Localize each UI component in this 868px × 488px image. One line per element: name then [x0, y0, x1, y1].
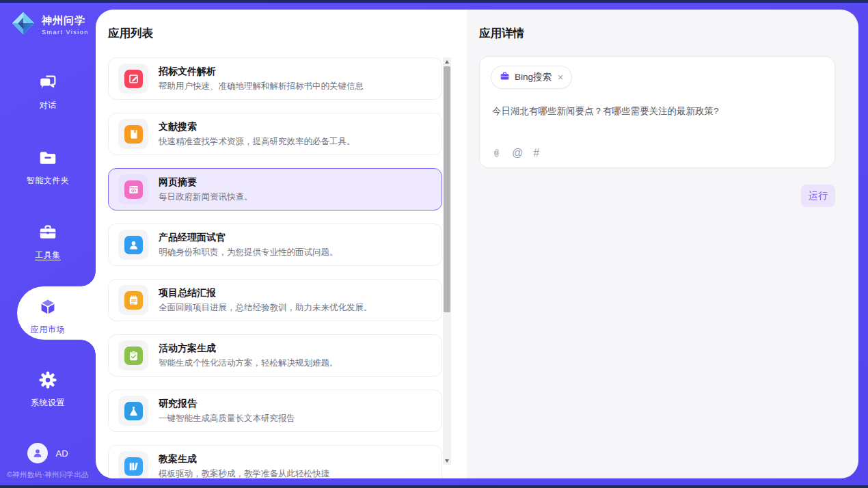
sidebar-item-label: 工具集: [35, 249, 61, 261]
app-title: 研究报告: [159, 398, 295, 410]
scrollbar-thumb[interactable]: [444, 66, 450, 312]
sidebar-item-label: 智能文件夹: [27, 175, 70, 187]
app-desc: 快速精准查找学术资源，提高研究效率的必备工具。: [159, 136, 355, 148]
app-card-pm-interviewer[interactable]: 产品经理面试官 明确身份和职责，为您提供专业性的面试问题。: [108, 223, 442, 266]
main-content: 应用列表 招标文件解析 帮助用户快速、准确地理解和解析招标书中的关键信: [96, 10, 858, 478]
sidebar-item-smart-folders[interactable]: 智能文件夹: [0, 148, 96, 187]
interviewer-icon: [124, 236, 143, 254]
book-icon: [124, 125, 143, 144]
app-desc: 一键智能生成高质量长文本研究报告: [159, 413, 295, 424]
gear-icon: [38, 370, 58, 392]
avatar: [27, 443, 48, 463]
sidebar: 神州问学 Smart Vision 对话 智能文件夹: [0, 0, 96, 488]
app-card-lesson-plan[interactable]: 教案生成 模板驱动，教案秒成，教学准备从此轻松快捷: [108, 445, 442, 478]
hashtag-icon[interactable]: #: [533, 147, 539, 159]
app-desc: 每日政府新闻资讯快查。: [159, 191, 253, 203]
app-list-panel: 应用列表 招标文件解析 帮助用户快速、准确地理解和解析招标书中的关键信: [96, 10, 467, 478]
app-card-project-summary[interactable]: 项目总结汇报 全面回顾项目进展，总结经验教训，助力未来优化发展。: [108, 279, 442, 321]
mention-icon[interactable]: @: [512, 147, 523, 159]
sidebar-item-label: 对话: [40, 100, 57, 111]
app-card-tender-analysis[interactable]: 招标文件解析 帮助用户快速、准确地理解和解析招标书中的关键信息: [108, 57, 442, 100]
sidebar-item-toolset[interactable]: 工具集: [0, 222, 96, 261]
app-desc: 模板驱动，教案秒成，教学准备从此轻松快捷: [159, 468, 329, 479]
app-title: 文献搜索: [159, 121, 355, 133]
user-account[interactable]: AD: [0, 443, 96, 463]
app-title: 教案生成: [159, 453, 329, 465]
chip-label: Bing搜索: [515, 71, 552, 83]
brand-logo: 神州问学 Smart Vision: [10, 10, 89, 39]
app-card-literature-search[interactable]: 文献搜索 快速精准查找学术资源，提高研究效率的必备工具。: [108, 113, 442, 155]
edit-document-icon: [124, 70, 143, 88]
brand-name: 神州问学: [42, 14, 89, 27]
app-card-webpage-summary[interactable]: 网页摘要 每日政府新闻资讯快查。: [108, 168, 442, 211]
app-desc: 明确身份和职责，为您提供专业性的面试问题。: [159, 247, 338, 258]
app-desc: 全面回顾项目进展，总结经验教训，助力未来优化发展。: [159, 302, 372, 314]
clipboard-check-icon: [124, 347, 143, 365]
app-card-research-report[interactable]: 研究报告 一键智能生成高质量长文本研究报告: [108, 390, 442, 432]
copyright-note: ©神州数码·神州问学出品: [0, 470, 96, 480]
app-title: 项目总结汇报: [159, 287, 372, 299]
bottom-edge-bar: [0, 485, 868, 488]
app-title: 招标文件解析: [159, 66, 364, 78]
app-detail-panel: 应用详情 Bing搜索 × 今日湖北有哪些新闻要点？有哪些需要关注的最新政策?: [467, 10, 858, 478]
close-icon[interactable]: ×: [558, 72, 563, 82]
sidebar-item-app-market[interactable]: 应用市场: [0, 297, 96, 336]
sidebar-item-settings[interactable]: 系统设置: [0, 370, 96, 409]
folder-icon: [38, 148, 58, 170]
prompt-text[interactable]: 今日湖北有哪些新闻要点？有哪些需要关注的最新政策?: [492, 105, 822, 118]
app-title: 活动方案生成: [159, 342, 338, 355]
cube-icon: [38, 297, 58, 319]
diamond-logo-icon: [10, 10, 36, 39]
app-desc: 帮助用户快速、准确地理解和解析招标书中的关键信息: [159, 81, 364, 92]
app-title: 产品经理面试官: [159, 232, 338, 244]
prompt-toolbar: @ #: [491, 147, 539, 159]
app-title: 网页摘要: [159, 176, 253, 189]
prompt-card: Bing搜索 × 今日湖北有哪些新闻要点？有哪些需要关注的最新政策? @ #: [479, 56, 835, 168]
tool-chip-bing-search[interactable]: Bing搜索 ×: [491, 66, 572, 89]
chat-icon: [38, 72, 58, 95]
scroll-down-icon[interactable]: [443, 457, 451, 465]
paperclip-icon[interactable]: [491, 147, 502, 159]
app-desc: 智能生成个性化活动方案，轻松解决规划难题。: [159, 357, 338, 369]
notepad-icon: [124, 291, 143, 310]
app-detail-title: 应用详情: [479, 26, 524, 41]
app-list-scrollbar[interactable]: [443, 57, 451, 465]
flask-icon: [124, 402, 143, 420]
toolbox-icon: [38, 222, 58, 245]
webpage-code-icon: [124, 180, 143, 199]
briefcase-icon: [500, 71, 510, 84]
app-list-title: 应用列表: [108, 26, 153, 41]
app-card-activity-plan[interactable]: 活动方案生成 智能生成个性化活动方案，轻松解决规划难题。: [108, 334, 442, 377]
app-list: 招标文件解析 帮助用户快速、准确地理解和解析招标书中的关键信息: [108, 57, 442, 478]
sidebar-item-chat[interactable]: 对话: [0, 72, 96, 111]
user-initials: AD: [55, 448, 68, 459]
books-icon: [124, 457, 143, 476]
sidebar-item-label: 系统设置: [31, 397, 65, 409]
app-window: 神州问学 Smart Vision 对话 智能文件夹: [0, 0, 868, 488]
scroll-up-icon[interactable]: [443, 57, 451, 66]
top-edge-bar: [0, 0, 868, 3]
sidebar-item-label: 应用市场: [31, 324, 65, 336]
run-button[interactable]: 运行: [801, 185, 835, 207]
brand-subtitle: Smart Vision: [42, 29, 89, 36]
